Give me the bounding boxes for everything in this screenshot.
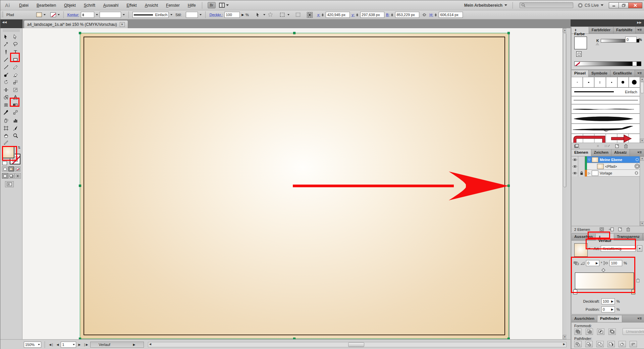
layer-row-pfad[interactable]: <Pfad>	[572, 163, 644, 170]
arrange-documents-button[interactable]	[219, 3, 229, 8]
screen-mode-button[interactable]	[5, 181, 14, 187]
stop-position-field[interactable]: 0▶	[601, 306, 615, 312]
menu-objekt[interactable]: Objekt	[60, 2, 80, 9]
make-clipping-mask-icon[interactable]	[599, 227, 604, 232]
tool-symbol-sprayer[interactable]	[1, 117, 11, 124]
menu-datei[interactable]: Datei	[15, 2, 33, 9]
fill-swatch[interactable]	[2, 146, 14, 158]
tool-pen[interactable]	[1, 48, 11, 56]
opacity-link[interactable]: Deckkr.:	[209, 13, 223, 17]
layer-name[interactable]: Meine Ebene	[600, 158, 622, 162]
gradient-ramp[interactable]	[575, 272, 634, 289]
tool-paintbrush[interactable]	[1, 63, 11, 71]
visibility-toggle[interactable]	[572, 163, 578, 170]
scroll-up-icon[interactable]: ▲	[563, 28, 567, 33]
selection-handle[interactable]	[507, 185, 510, 187]
collapse-dock-button[interactable]: ▶▶	[571, 19, 644, 27]
black-swatch[interactable]	[637, 62, 641, 66]
vertical-scrollbar-thumb[interactable]	[563, 33, 567, 187]
default-fill-stroke-icon[interactable]	[2, 161, 7, 165]
tool-lasso[interactable]	[11, 41, 20, 48]
menu-fenster[interactable]: Fenster	[162, 2, 184, 9]
panel-menu-icon[interactable]: ▾≣	[643, 234, 644, 240]
tab-symbole[interactable]: Symbole	[589, 70, 610, 77]
menu-hilfe[interactable]: Hilfe	[184, 2, 200, 9]
gradient-stop-white[interactable]	[573, 290, 577, 294]
tool-shape-builder[interactable]	[1, 94, 11, 101]
new-sublayer-icon[interactable]	[608, 227, 614, 232]
lock-toggle[interactable]	[578, 156, 585, 163]
scroll-left-icon[interactable]: ◀	[149, 343, 151, 346]
target-circle[interactable]	[635, 171, 638, 174]
tool-perspective-grid[interactable]	[11, 94, 20, 101]
gradient-button[interactable]	[8, 166, 14, 171]
tab-zeichen[interactable]: Zeichen	[591, 149, 611, 156]
selection-handle[interactable]	[293, 32, 296, 34]
gradient-angle-field[interactable]: 0▶	[586, 260, 599, 266]
tool-direct-selection[interactable]	[11, 33, 20, 41]
transform-options-icon[interactable]	[295, 12, 302, 18]
remove-brush-stroke-icon[interactable]: ✕	[596, 144, 599, 148]
brush-definition-dropdown[interactable]: Einfach	[132, 12, 169, 18]
x-field[interactable]: 420,945 px	[326, 12, 350, 18]
chevron-down-icon[interactable]	[123, 14, 125, 15]
tab-aussehen[interactable]: Aussehen	[572, 234, 596, 240]
tool-artboard[interactable]	[1, 124, 11, 132]
workspace-switcher[interactable]: Mein Arbeitsbereich	[461, 3, 511, 8]
chevron-down-icon[interactable]	[200, 14, 202, 15]
tool-eraser[interactable]	[11, 71, 20, 79]
height-label[interactable]: H:	[429, 13, 433, 17]
bridge-button[interactable]: Br	[208, 2, 216, 8]
flyout-arrow-icon[interactable]: ▶	[241, 13, 244, 16]
visibility-toggle[interactable]	[572, 170, 578, 177]
unite-button[interactable]	[574, 329, 582, 335]
selection-handle[interactable]	[79, 32, 81, 34]
close-document-icon[interactable]: ✕	[120, 22, 125, 27]
lock-toggle[interactable]	[578, 170, 585, 177]
collapsed-triangle-icon[interactable]: ▷	[588, 171, 590, 175]
tool-rotate[interactable]	[1, 79, 11, 86]
isolate-selection-icon[interactable]	[255, 12, 262, 18]
stepper-icon[interactable]	[82, 13, 84, 16]
brush-row-thin[interactable]	[572, 96, 640, 104]
align-options-icon[interactable]	[279, 12, 286, 18]
zoom-level-dropdown[interactable]: 150%	[24, 342, 41, 348]
reference-point-icon[interactable]	[307, 12, 313, 18]
width-profile-dropdown[interactable]	[100, 12, 121, 18]
tool-gradient[interactable]	[11, 101, 20, 109]
fill-color-swatch[interactable]	[36, 12, 42, 17]
kontur-link[interactable]: Kontur:	[67, 13, 79, 17]
color-button[interactable]	[2, 166, 8, 171]
constrain-proportions-icon[interactable]	[421, 12, 428, 18]
scroll-up-icon[interactable]: ▲	[640, 77, 644, 82]
color-stroke-proxy[interactable]	[576, 51, 582, 57]
chevron-down-icon[interactable]	[588, 248, 590, 249]
layers-scrollbar[interactable]: ▲ ▼	[640, 156, 644, 226]
document-tab[interactable]: a4_landscape_1s.ai* bei 150 % (CMYK/Vors…	[24, 20, 128, 28]
layer-row-meine-ebene[interactable]: ▽ Meine Ebene	[572, 156, 644, 163]
vertical-scrollbar[interactable]: ▲ ▼	[562, 28, 567, 339]
tab-grafikstile[interactable]: Grafikstile	[610, 70, 635, 77]
cs-live-button[interactable]: CS Live	[578, 3, 603, 8]
status-field[interactable]: Verlauf ▶	[90, 342, 144, 348]
color-spectrum-bar[interactable]	[574, 61, 641, 66]
chevron-down-icon[interactable]	[96, 14, 98, 15]
tab-pinsel[interactable]: Pinsel	[572, 70, 589, 77]
horizontal-scrollbar-thumb[interactable]	[348, 342, 364, 347]
y-label[interactable]: y:	[352, 13, 355, 17]
collapse-toolbar-button[interactable]: ◀◀	[0, 19, 22, 28]
tool-blend[interactable]	[11, 109, 20, 116]
tab-transparenz[interactable]: Transparenz	[614, 234, 643, 240]
chevron-down-icon[interactable]	[287, 14, 289, 15]
draw-behind-button[interactable]	[8, 173, 14, 179]
tool-slice[interactable]	[11, 124, 20, 132]
style-dropdown[interactable]	[186, 12, 198, 18]
gradient-type-select[interactable]: Kreisförmig	[601, 245, 636, 252]
menu-auswahl[interactable]: Auswahl	[99, 2, 122, 9]
brushes-scrollbar[interactable]: ▲ ▼	[640, 77, 644, 143]
close-button[interactable]	[628, 2, 642, 8]
panel-menu-icon[interactable]: ▾≣	[636, 149, 644, 156]
grayscale-ramp[interactable]	[580, 62, 632, 66]
minus-back-button[interactable]	[630, 341, 637, 347]
tab-ausrichten[interactable]: Ausrichten	[572, 315, 597, 322]
